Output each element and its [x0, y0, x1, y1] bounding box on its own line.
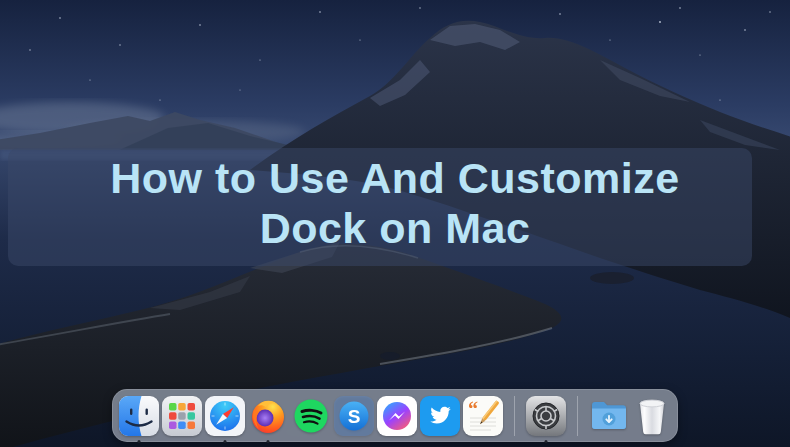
svg-text:“: “ [468, 398, 478, 420]
dock-item-system-preferences[interactable] [526, 396, 566, 436]
firefox-icon [248, 396, 288, 436]
page-title-line1: How to Use And Customize [0, 153, 790, 203]
dock-item-firefox[interactable] [248, 396, 288, 436]
dock-item-spotify[interactable] [291, 396, 331, 436]
dock-item-skype[interactable]: S [334, 396, 374, 436]
dock-divider [514, 396, 515, 436]
spotify-icon [291, 396, 331, 436]
dock-item-finder[interactable] [119, 396, 159, 436]
twitter-icon [420, 396, 460, 436]
page-title-line2: Dock on Mac [0, 203, 790, 253]
dock-item-downloads[interactable] [589, 396, 629, 436]
textedit-icon: “ [463, 396, 503, 436]
downloads-folder-icon [589, 396, 629, 436]
finder-icon [119, 396, 159, 436]
system-preferences-icon [526, 396, 566, 436]
skype-icon: S [334, 396, 374, 436]
running-indicator [545, 440, 548, 443]
dock-item-launchpad[interactable] [162, 396, 202, 436]
page-title: How to Use And Customize Dock on Mac [0, 153, 790, 253]
trash-icon [632, 396, 672, 436]
running-indicator [224, 440, 227, 443]
dock-item-twitter[interactable] [420, 396, 460, 436]
messenger-icon [377, 396, 417, 436]
dock-divider [577, 396, 578, 436]
svg-text:S: S [348, 406, 361, 427]
dock-item-textedit[interactable]: “ [463, 396, 503, 436]
safari-icon [205, 396, 245, 436]
launchpad-icon [162, 396, 202, 436]
dock: S“ [112, 389, 678, 442]
desktop-screen: How to Use And Customize Dock on Mac S“ [0, 0, 790, 447]
dock-item-trash[interactable] [632, 396, 672, 436]
running-indicator [138, 440, 141, 443]
running-indicator [267, 440, 270, 443]
dock-item-messenger[interactable] [377, 396, 417, 436]
dock-item-safari[interactable] [205, 396, 245, 436]
